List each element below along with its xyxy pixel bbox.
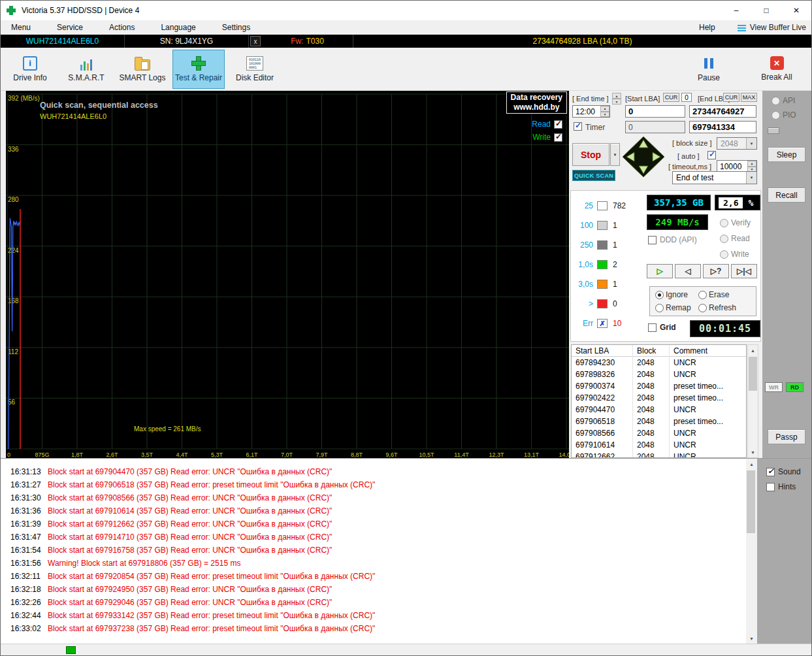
scroll-up-icon[interactable]: ▲ bbox=[748, 345, 758, 355]
log-panel: 16:31:13Block start at 697904470 (357 GB… bbox=[1, 459, 746, 644]
action-remap-radio[interactable]: Remap bbox=[655, 303, 691, 312]
toolbar-disk-editor[interactable]: 010110 101000 0001 Disk Editor bbox=[229, 50, 280, 88]
jump-end-button[interactable]: ▷|◁ bbox=[731, 264, 757, 278]
menu-item-actions[interactable]: Actions bbox=[104, 23, 140, 32]
write-indicator[interactable]: WR bbox=[765, 382, 783, 392]
write-checkbox[interactable] bbox=[554, 133, 562, 142]
menu-item-language[interactable]: Language bbox=[155, 23, 201, 32]
ddd-checkbox[interactable]: DDD (API) bbox=[648, 235, 697, 244]
defect-table-row[interactable]: 6978942302048UNCR bbox=[572, 357, 746, 369]
toolbar-smart[interactable]: S.M.A.R.T bbox=[61, 50, 112, 88]
toolbar-smart-logs[interactable]: SMART Logs bbox=[117, 50, 168, 88]
log-scrollbar[interactable]: ▲ ▼ bbox=[746, 459, 757, 644]
end-of-test-select[interactable]: End of test▼ bbox=[672, 171, 757, 184]
end-time-input[interactable]: 12:00▲▼ bbox=[572, 105, 610, 118]
defect-table-row[interactable]: 6979085662048UNCR bbox=[572, 427, 746, 439]
action-erase-radio[interactable]: Erase bbox=[698, 290, 729, 299]
action-ignore-radio[interactable]: Ignore bbox=[655, 290, 688, 299]
break-all-button[interactable]: ✕ Break All bbox=[751, 50, 802, 88]
recall-button[interactable]: Recall bbox=[768, 188, 805, 203]
mode-write-radio[interactable]: Write bbox=[720, 250, 749, 259]
stop-button[interactable]: Stop bbox=[572, 143, 609, 166]
sound-checkbox[interactable]: Sound bbox=[766, 467, 811, 476]
defect-table-row[interactable]: 6979003742048preset timeo... bbox=[572, 380, 746, 392]
mode-verify-radio[interactable]: Verify bbox=[720, 218, 751, 227]
speed-legend-row: Err✗10 bbox=[571, 314, 644, 333]
timer-input[interactable]: 0 bbox=[625, 121, 685, 133]
spinner-up-icon[interactable]: ▲ bbox=[747, 161, 756, 167]
action-ignore-label: Ignore bbox=[666, 290, 688, 299]
view-buffer-live-button[interactable]: View Buffer Live bbox=[738, 23, 806, 32]
auto-checkbox[interactable] bbox=[707, 151, 716, 159]
current-lba-input[interactable]: 697941334 bbox=[689, 121, 756, 133]
defect-table-row[interactable]: 6979106142048UNCR bbox=[572, 439, 746, 451]
action-refresh-radio[interactable]: Refresh bbox=[698, 303, 736, 312]
menu-item-menu[interactable]: Menu bbox=[6, 23, 36, 32]
end-lba-max-button[interactable]: MAX bbox=[741, 93, 757, 102]
start-lba-cur-button[interactable]: CUR bbox=[663, 93, 679, 102]
spinner-down-icon[interactable]: ▼ bbox=[612, 99, 621, 105]
close-button[interactable]: ✕ bbox=[781, 1, 811, 20]
scroll-up-icon[interactable]: ▲ bbox=[746, 459, 757, 469]
hints-checkbox[interactable]: Hints bbox=[766, 482, 811, 491]
log-message: Block start at 697924950 (357 GB) Read e… bbox=[41, 585, 332, 594]
defect-table-row[interactable]: 6979024222048preset timeo... bbox=[572, 392, 746, 404]
api-radio[interactable]: API bbox=[771, 96, 795, 105]
scan-model-label: WUH721414ALE6L0 bbox=[40, 112, 106, 120]
menu-item-settings[interactable]: Settings bbox=[217, 23, 255, 32]
block-size-select[interactable]: 2048▼ bbox=[717, 137, 757, 150]
pio-radio[interactable]: PIO bbox=[771, 110, 796, 120]
grid-checkbox[interactable]: Grid bbox=[648, 323, 676, 332]
cell-comment: UNCR bbox=[670, 439, 746, 451]
mode-read-radio[interactable]: Read bbox=[720, 234, 750, 243]
spinner-down-icon[interactable]: ▼ bbox=[600, 112, 609, 118]
seek-question-button[interactable]: ▷? bbox=[703, 264, 729, 278]
read-indicator[interactable]: RD bbox=[786, 382, 804, 392]
defect-table-row[interactable]: 6979126622048UNCR bbox=[572, 451, 746, 458]
maximize-button[interactable]: □ bbox=[751, 1, 781, 20]
minimize-button[interactable]: – bbox=[721, 1, 751, 20]
timer-checkbox[interactable] bbox=[574, 122, 582, 131]
toolbar-drive-info[interactable]: i Drive Info bbox=[5, 50, 56, 88]
table-scroll-thumb[interactable] bbox=[749, 357, 757, 391]
stop-dropdown-button[interactable]: ▼ bbox=[610, 143, 620, 166]
binary-editor-icon: 010110 101000 0001 bbox=[246, 56, 263, 71]
defect-table-row[interactable]: 6979044702048UNCR bbox=[572, 404, 746, 416]
menu-item-service[interactable]: Service bbox=[52, 23, 88, 32]
progress-display: 2,6% bbox=[715, 195, 760, 210]
sleep-button[interactable]: Sleep bbox=[768, 147, 805, 162]
spinner-up-icon[interactable]: ▲ bbox=[600, 106, 609, 112]
end-lba-cur-button[interactable]: CUR bbox=[723, 93, 739, 102]
play-button[interactable]: ▷ bbox=[647, 264, 673, 278]
end-lba-input[interactable]: 27344764927 bbox=[689, 105, 756, 118]
cell-comment: UNCR bbox=[670, 404, 746, 416]
step-back-button[interactable]: ◁ bbox=[675, 264, 701, 278]
drive-info-icon: i bbox=[23, 56, 37, 71]
speed-legend: 25782100125011,0s23,0s1>0Err✗10 bbox=[571, 196, 644, 333]
end-time-spinner[interactable]: ▲▼ bbox=[612, 93, 621, 105]
legend-label: 1,0s bbox=[571, 260, 593, 269]
toolbar-test-repair[interactable]: Test & Repair bbox=[173, 50, 224, 88]
toolbar-label: Drive Info bbox=[13, 73, 46, 82]
scroll-down-icon[interactable]: ▼ bbox=[746, 633, 757, 644]
log-scroll-thumb[interactable] bbox=[747, 470, 755, 533]
defect-table-row[interactable]: 6979065182048preset timeo... bbox=[572, 416, 746, 427]
log-time: 16:31:36 bbox=[1, 506, 41, 516]
table-scrollbar[interactable]: ▲ ▼ bbox=[747, 344, 758, 458]
defect-table-row[interactable]: 6978983262048UNCR bbox=[572, 369, 746, 380]
action-erase-label: Erase bbox=[709, 290, 729, 299]
start-lba-input[interactable]: 0 bbox=[625, 105, 685, 118]
menubar: MenuServiceActionsLanguageSettings Help … bbox=[1, 20, 811, 35]
device-close-button[interactable]: x bbox=[250, 36, 261, 46]
menu-item-help[interactable]: Help bbox=[694, 23, 721, 32]
dropdown-arrow-icon[interactable]: ▼ bbox=[746, 172, 756, 184]
pause-button[interactable]: Pause bbox=[683, 50, 734, 88]
passp-button[interactable]: Passp bbox=[768, 429, 805, 444]
arrow-pad[interactable] bbox=[623, 137, 664, 179]
dropdown-arrow-icon[interactable]: ▼ bbox=[746, 138, 756, 149]
spinner-up-icon[interactable]: ▲ bbox=[612, 93, 621, 99]
log-message: Block start at 697904470 (357 GB) Read e… bbox=[41, 467, 332, 476]
quick-scan-button[interactable]: QUICK SCAN bbox=[572, 170, 615, 181]
scroll-down-icon[interactable]: ▼ bbox=[748, 447, 758, 457]
read-checkbox[interactable] bbox=[554, 120, 562, 129]
